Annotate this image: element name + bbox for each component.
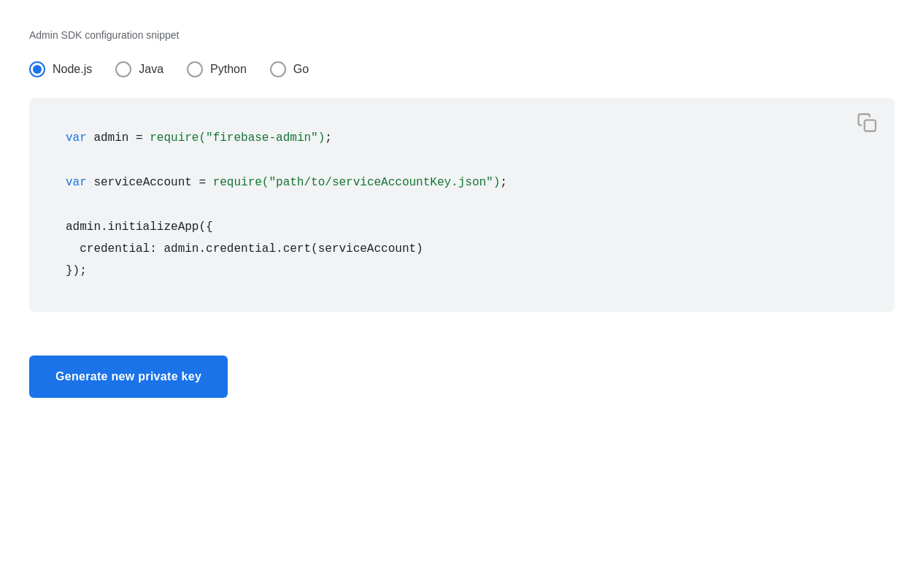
radio-label-nodejs: Node.js [53,63,92,76]
radio-label-go: Go [293,63,309,76]
radio-label-java: Java [139,63,163,76]
radio-label-python: Python [210,63,247,76]
page-title: Admin SDK configuration snippet [29,29,895,41]
radio-java[interactable]: Java [115,61,163,77]
radio-circle-python [187,61,203,77]
radio-go[interactable]: Go [270,61,309,77]
svg-rect-0 [865,120,876,131]
copy-icon[interactable] [857,112,877,136]
generate-private-key-button[interactable]: Generate new private key [29,356,228,398]
radio-python[interactable]: Python [187,61,247,77]
radio-circle-go [270,61,286,77]
radio-nodejs[interactable]: Node.js [29,61,92,77]
code-block: var admin = require("firebase-admin"); v… [29,98,895,312]
language-radio-group: Node.js Java Python Go [29,61,895,77]
code-content: var admin = require("firebase-admin"); v… [66,127,858,283]
radio-circle-java [115,61,131,77]
radio-circle-nodejs [29,61,45,77]
